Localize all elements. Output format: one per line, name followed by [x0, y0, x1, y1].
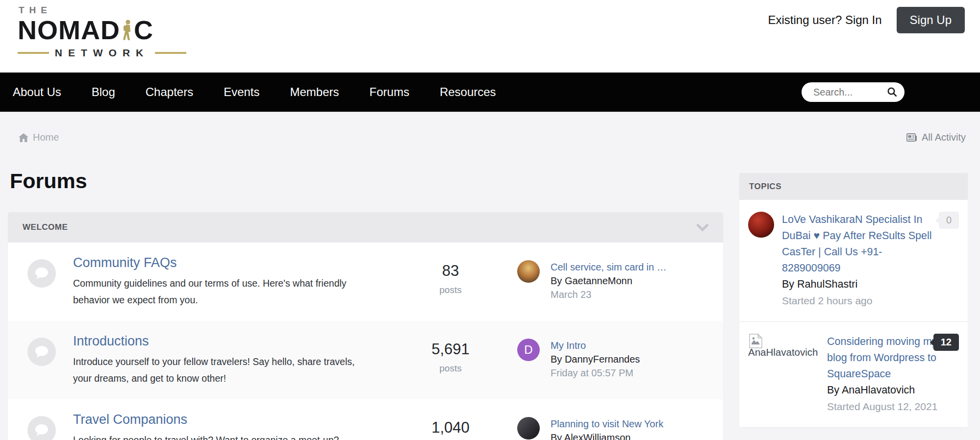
broken-image-icon — [749, 334, 762, 348]
main-nav: About Us Blog Chapters Events Members Fo… — [0, 73, 980, 112]
last-post: D My Intro By DannyFernandes Friday at 0… — [517, 339, 640, 380]
topic-started-date: Started August 12, 2021 — [827, 398, 954, 415]
chevron-down-icon[interactable] — [696, 223, 709, 231]
forum-stats: 5,691 posts — [406, 341, 495, 374]
last-post-info: Cell service, sim card in … By GaetanneM… — [551, 260, 667, 301]
topic-item: LoVe VashikaraN Specialist In DuBai ♥ Pa… — [739, 200, 968, 321]
avatar[interactable]: D — [517, 339, 540, 361]
topic-item: AnaHlavatovich Considering moving my blo… — [739, 321, 968, 427]
forum-link[interactable]: Travel Companions — [73, 412, 187, 427]
last-post-title[interactable]: Planning to visit New York — [551, 417, 663, 431]
sign-in-link[interactable]: Existing user? Sign In — [768, 13, 881, 27]
hiker-icon — [121, 20, 133, 42]
forum-row: Introductions Introduce yourself to your… — [8, 321, 723, 399]
logo-dash-left — [18, 52, 49, 54]
newspaper-icon — [906, 133, 917, 142]
forum-link[interactable]: Introductions — [73, 334, 149, 349]
sidebar-header: TOPICS — [739, 173, 968, 200]
sidebar-title: TOPICS — [749, 182, 781, 192]
comment-icon — [35, 267, 49, 280]
last-post-author[interactable]: By AlexWilliamson — [551, 432, 630, 440]
nav-item-forums[interactable]: Forums — [370, 85, 409, 99]
logo-network-row: NETWORK — [18, 47, 186, 59]
topic-author[interactable]: By AnaHlavatovich — [827, 384, 915, 396]
forum-info: Travel Companions Looking for people to … — [73, 412, 367, 440]
nav-item-about-us[interactable]: About Us — [13, 85, 61, 99]
logo-dash-right — [155, 52, 186, 54]
last-post-date[interactable]: Friday at 05:57 PM — [551, 367, 633, 378]
forum-icon-circle — [27, 259, 56, 288]
last-post-title[interactable]: Cell service, sim card in … — [551, 260, 667, 274]
nav-item-resources[interactable]: Resources — [440, 85, 496, 99]
replies-badge[interactable]: 12 — [933, 334, 959, 351]
all-activity-label: All Activity — [922, 132, 966, 143]
site-logo[interactable]: THE NOMAD C NETWORK — [18, 3, 186, 59]
forum-icon-circle — [27, 338, 56, 366]
forum-row: Travel Companions Looking for people to … — [8, 399, 723, 440]
topic-started-date: Started 2 hours ago — [782, 293, 933, 309]
sign-up-button[interactable]: Sign Up — [897, 7, 965, 33]
last-post-author[interactable]: By GaetanneMonn — [551, 275, 632, 286]
topic-title-link[interactable]: LoVe VashikaraN Specialist In DuBai ♥ Pa… — [782, 212, 933, 276]
logo-nomadic-right: C — [134, 17, 153, 43]
search-box — [802, 82, 905, 102]
posts-label: posts — [406, 285, 495, 295]
forum-stats: 1,040 posts — [406, 419, 495, 440]
logo-the-text: THE — [19, 5, 186, 16]
avatar[interactable] — [517, 417, 540, 440]
last-post: Cell service, sim card in … By GaetanneM… — [517, 260, 667, 301]
nav-item-chapters[interactable]: Chapters — [146, 85, 193, 99]
all-activity-link[interactable]: All Activity — [906, 132, 966, 143]
category-header: WELCOME — [8, 212, 723, 243]
forum-description: Introduce yourself to your fellow travel… — [73, 353, 367, 387]
home-icon — [19, 133, 28, 142]
breadcrumb[interactable]: Home — [19, 132, 59, 143]
posts-count: 5,691 — [406, 341, 495, 358]
nav-item-events[interactable]: Events — [224, 85, 259, 99]
comment-icon — [35, 345, 49, 358]
avatar[interactable] — [517, 260, 540, 283]
forum-description: Community guidelines and our terms of us… — [73, 275, 367, 308]
category-title[interactable]: WELCOME — [23, 222, 68, 232]
last-post-date[interactable]: March 23 — [551, 289, 591, 300]
forum-stats: 83 posts — [406, 262, 495, 295]
last-post: Planning to visit New York By AlexWillia… — [517, 417, 663, 440]
logo-network-text: NETWORK — [55, 47, 150, 59]
forum-info: Introductions Introduce yourself to your… — [73, 334, 367, 387]
comment-icon — [35, 424, 49, 437]
forum-category-panel: WELCOME Community FAQs Community guideli… — [8, 212, 723, 440]
nav-item-members[interactable]: Members — [290, 85, 339, 99]
topics-sidebar: TOPICS LoVe VashikaraN Specialist In DuB… — [739, 173, 968, 427]
site-header: THE NOMAD C NETWORK Existing user? Sign … — [0, 0, 980, 73]
topic-info: LoVe VashikaraN Specialist In DuBai ♥ Pa… — [782, 212, 959, 309]
logo-nomadic-text: NOMAD C — [18, 17, 186, 43]
nav-item-blog[interactable]: Blog — [92, 85, 115, 99]
last-post-author[interactable]: By DannyFernandes — [551, 354, 640, 365]
forum-info: Community FAQs Community guidelines and … — [73, 255, 367, 308]
forum-description: Looking for people to travel with? Want … — [73, 432, 367, 440]
forum-row: Community FAQs Community guidelines and … — [8, 243, 723, 321]
avatar[interactable] — [748, 212, 774, 238]
posts-label: posts — [406, 363, 495, 374]
last-post-info: Planning to visit New York By AlexWillia… — [551, 417, 663, 440]
posts-count: 83 — [406, 262, 495, 280]
content-area: Home All Activity Forums WELCOME — [0, 112, 980, 440]
page-title: Forums — [10, 169, 87, 193]
posts-count: 1,040 — [406, 419, 495, 437]
breadcrumb-home-label: Home — [33, 132, 59, 143]
auth-area: Existing user? Sign In Sign Up — [768, 7, 965, 33]
search-input[interactable] — [812, 86, 887, 98]
forum-icon-circle — [27, 416, 56, 440]
broken-avatar[interactable]: AnaHlavatovich — [748, 334, 822, 358]
logo-nomadic-left: NOMAD — [18, 17, 120, 43]
replies-badge[interactable]: 0 — [939, 212, 959, 229]
forum-link[interactable]: Community FAQs — [73, 255, 177, 270]
search-icon[interactable] — [887, 87, 898, 98]
topic-author[interactable]: By RahulShastri — [782, 278, 857, 290]
last-post-info: My Intro By DannyFernandes Friday at 05:… — [551, 339, 640, 380]
last-post-title[interactable]: My Intro — [551, 339, 640, 352]
